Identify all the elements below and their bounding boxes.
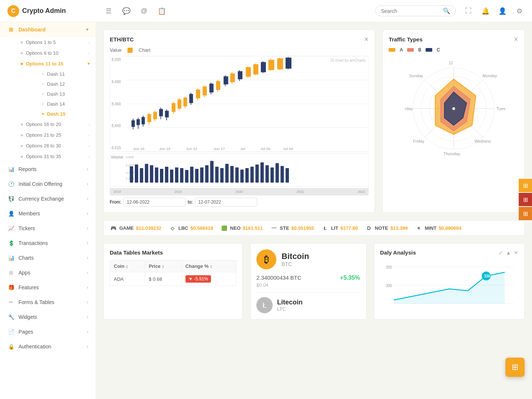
svg-rect-76 [190, 167, 194, 183]
svg-rect-91 [266, 165, 269, 183]
sidebar-item-transactions[interactable]: 💲 Transactions › [0, 236, 96, 250]
timeline-slider[interactable]: 2018 2019 2020 2021 2022 [110, 188, 369, 195]
cell-price: $ 0.68 [145, 272, 181, 286]
dash13[interactable]: Dash 13 [37, 89, 96, 99]
sidebar-sub-options26[interactable]: Options 26 to 30 › [15, 140, 96, 151]
fullscreen-icon[interactable]: ⛶ [463, 6, 474, 16]
sidebar-item-apps[interactable]: ⊞ Apps › [0, 265, 96, 280]
sidebar-item-dashboard[interactable]: ⊞ Dashboard ▾ [0, 22, 96, 37]
svg-rect-78 [200, 167, 204, 183]
svg-rect-75 [185, 170, 188, 183]
ticker-ste: 〰 STE $0.551955 [270, 224, 314, 232]
from-date-input[interactable] [123, 198, 185, 207]
settings-icon[interactable]: ⚙ [514, 6, 525, 16]
daly-close[interactable]: ✕ [514, 250, 518, 256]
traffic-close[interactable]: ✕ [514, 36, 518, 43]
from-label: From: [110, 200, 121, 205]
sidebar-sub-dashboard: Options 1 to 5 › Options 6 to 10 › Optio… [0, 37, 96, 162]
dash14[interactable]: Dash 14 [37, 99, 96, 109]
col-price[interactable]: Price ↕ [145, 260, 181, 272]
daly-header: Daly Analysis ⤢ ▲ ✕ [380, 249, 518, 256]
svg-text:300: 300 [386, 284, 392, 288]
sidebar-item-ico[interactable]: 🕐 Initial Coin Offering › [0, 177, 96, 191]
sidebar-item-pages[interactable]: 📄 Pages › [0, 324, 96, 339]
user-icon[interactable]: 👤 [497, 6, 508, 16]
chat-icon[interactable]: 💬 [121, 6, 132, 16]
rp-btn-2[interactable]: ⊞ [519, 193, 532, 206]
rp-btn-3[interactable]: ⊞ [519, 207, 532, 220]
menu-icon[interactable]: ☰ [103, 6, 114, 16]
svg-rect-81 [215, 167, 219, 183]
float-button[interactable]: ⊞ [505, 358, 525, 377]
legend-a-dot [389, 48, 395, 52]
sidebar-sub-options11[interactable]: Options 11 to 15 ▾ [15, 58, 96, 69]
table-row: ADA $ 0.68 ▼ -5.91% [110, 272, 236, 286]
forms-icon: ✏ [7, 299, 15, 305]
sidebar-item-forms[interactable]: ✏ Forms & Tables › [0, 295, 96, 310]
dash15[interactable]: Dash 15 [37, 109, 96, 119]
sidebar-item-auth[interactable]: 🔒 Authentication › [0, 339, 96, 354]
sidebar-item-charts[interactable]: 📊 Charts › [0, 250, 96, 265]
sidebar-sub-options1[interactable]: Options 1 to 5 › [15, 37, 96, 48]
daly-chart: 350 300 330 [380, 259, 518, 311]
traffic-legend: A B C [389, 47, 518, 52]
search-input[interactable] [381, 8, 440, 14]
data-table-title: Data Tables Markets [110, 249, 163, 256]
dash12[interactable]: Dash 12 [37, 79, 96, 89]
search-icon[interactable]: 🔍 [443, 7, 450, 14]
dash11[interactable]: Dash 11 [37, 69, 96, 79]
sidebar-item-reports[interactable]: 📊 Reports › [0, 162, 96, 177]
svg-text:Monday: Monday [482, 74, 497, 78]
legend-c-label: C [437, 47, 440, 52]
rp-btn-1[interactable]: ⊞ [519, 179, 532, 192]
bell-icon[interactable]: 🔔 [480, 6, 491, 16]
svg-rect-73 [175, 167, 178, 183]
svg-rect-24 [183, 98, 187, 106]
lit-icon: Ł [321, 224, 329, 232]
clipboard-icon[interactable]: 📋 [157, 6, 167, 16]
sidebar-item-features[interactable]: 🎁 Features › [0, 280, 96, 295]
eth-btc-title: ETH/BTC [110, 36, 134, 42]
svg-rect-46 [261, 62, 266, 72]
at-icon[interactable]: @ [139, 6, 149, 16]
sidebar-item-widgets[interactable]: 🔧 Widgets › [0, 310, 96, 324]
chart-legend: Value Chart [110, 47, 369, 53]
svg-rect-72 [170, 170, 173, 183]
candlestick-svg: Jun 15 Jun 19 Jun 23 Jun 27 Jul Jul 05 J… [126, 56, 368, 151]
sidebar-sub-options21[interactable]: Options 21 to 25 › [15, 130, 96, 140]
col-change[interactable]: Change % ↕ [181, 260, 236, 272]
market-table: Coin ↕ Price ↕ Change % ↕ ADA $ 0.68 ▼ -… [110, 260, 236, 286]
svg-text:Friday: Friday [413, 139, 424, 143]
legend-b-dot [407, 48, 414, 52]
data-table-card: Data Tables Markets Coin ↕ Price ↕ Chang… [103, 243, 243, 320]
sidebar-sub-options6[interactable]: Options 6 to 10 › [15, 48, 96, 58]
search-box: 🔍 [375, 6, 456, 16]
svg-rect-44 [253, 64, 259, 75]
daly-expand[interactable]: ⤢ [498, 250, 503, 256]
col-coin[interactable]: Coin ↕ [110, 260, 145, 272]
logo-text: Crypto Admin [22, 7, 66, 15]
daly-svg: 350 300 330 [380, 259, 518, 311]
to-date-input[interactable] [195, 198, 257, 207]
sidebar-sub2: Dash 11 Dash 12 Dash 13 Dash 14 Dash 15 [15, 69, 96, 119]
svg-rect-40 [238, 71, 242, 79]
sidebar-item-members[interactable]: 👤 Members › [0, 206, 96, 221]
daly-up[interactable]: ▲ [506, 250, 511, 256]
svg-rect-85 [235, 167, 239, 183]
sidebar-item-tickers[interactable]: 📈 Tickers › [0, 221, 96, 236]
lbc-icon: ◇ [169, 224, 176, 232]
ticker-mint: ≡ MINT $0.880694 [415, 224, 461, 232]
date-range: From: to: [110, 198, 369, 207]
svg-text:350: 350 [386, 265, 392, 269]
svg-rect-77 [195, 169, 198, 183]
btc-change: +5.35% [340, 274, 360, 281]
right-panel: ⊞ ⊞ ⊞ [519, 179, 532, 220]
sidebar-sub-options31[interactable]: Options 31 to 35 › [15, 151, 96, 162]
eth-btc-close[interactable]: ✕ [364, 36, 369, 43]
main-content: ETH/BTC ✕ Value Chart JS chart by amChar… [96, 22, 532, 399]
sidebar-sub-options16[interactable]: Options 16 to 20 › [15, 119, 96, 130]
sidebar-item-exchange[interactable]: 💱 Currency Exchange › [0, 191, 96, 206]
search-area: 🔍 ⛶ 🔔 👤 ⚙ [375, 6, 525, 16]
ticker-game: 🎮 GAME $11.039232 [110, 224, 161, 232]
ltc-symbol: LTC [277, 306, 303, 312]
